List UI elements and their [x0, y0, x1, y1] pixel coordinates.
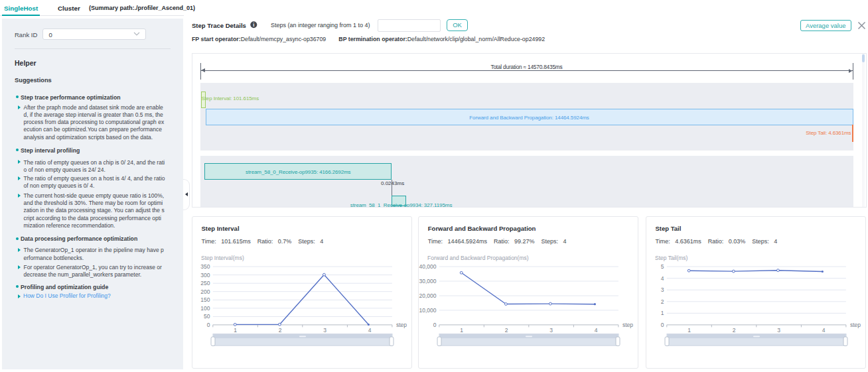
svg-text:2: 2 — [279, 328, 282, 334]
svg-text:40,000: 40,000 — [419, 263, 437, 270]
svg-text:0: 0 — [661, 322, 664, 328]
svg-text:step: step — [396, 322, 407, 328]
svg-text:2: 2 — [505, 328, 508, 334]
svg-text:20,000: 20,000 — [419, 292, 437, 299]
svg-text:4: 4 — [822, 328, 826, 334]
svg-text:150: 150 — [200, 297, 210, 304]
svg-text:0: 0 — [207, 322, 210, 328]
svg-text:4: 4 — [368, 328, 372, 334]
svg-text:2: 2 — [661, 298, 664, 305]
svg-text:300: 300 — [200, 272, 210, 279]
svg-text:3: 3 — [323, 328, 326, 334]
svg-text:step: step — [622, 322, 633, 328]
svg-text:350: 350 — [200, 263, 210, 270]
svg-text:4: 4 — [661, 275, 664, 282]
svg-text:200: 200 — [200, 288, 210, 295]
svg-text:1: 1 — [234, 328, 237, 334]
svg-text:step: step — [850, 322, 861, 328]
svg-text:3: 3 — [550, 328, 553, 334]
svg-text:1: 1 — [661, 310, 664, 317]
svg-text:3: 3 — [777, 328, 780, 334]
svg-text:250: 250 — [200, 280, 210, 287]
svg-text:5: 5 — [661, 263, 664, 270]
svg-text:1: 1 — [461, 328, 464, 334]
svg-text:Step Interval(ms): Step Interval(ms) — [201, 255, 244, 261]
svg-text:30,000: 30,000 — [419, 278, 437, 284]
svg-text:Forward and Backward Propagati: Forward and Backward Propagation(ms) — [427, 255, 529, 261]
svg-text:Step Tail(ms): Step Tail(ms) — [655, 255, 688, 261]
svg-text:10,000: 10,000 — [419, 307, 437, 314]
svg-text:i: i — [253, 22, 254, 28]
svg-text:1: 1 — [687, 328, 691, 334]
svg-text:4: 4 — [595, 328, 598, 334]
svg-text:100: 100 — [200, 305, 210, 312]
svg-text:3: 3 — [661, 287, 664, 294]
svg-text:50: 50 — [204, 314, 210, 320]
svg-text:2: 2 — [733, 328, 736, 334]
svg-text:0: 0 — [433, 322, 437, 328]
